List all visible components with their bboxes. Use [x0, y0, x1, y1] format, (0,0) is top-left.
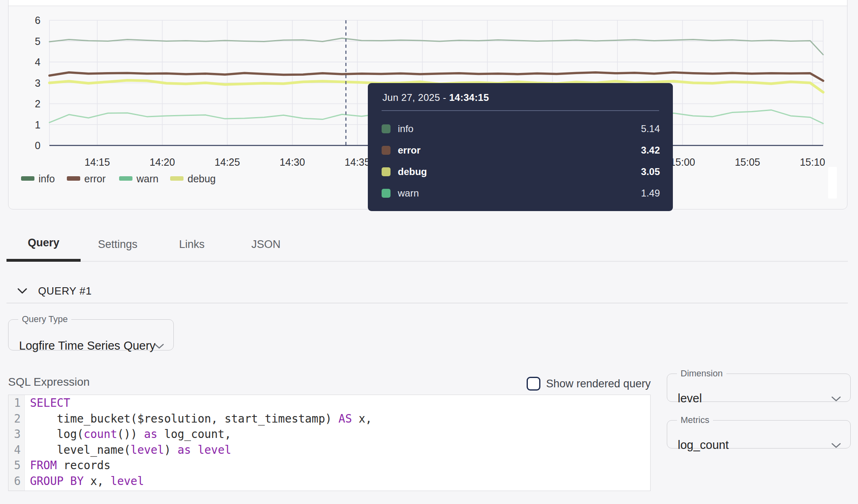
line-number: 5 [9, 457, 21, 473]
code-line: SELECT [30, 395, 372, 411]
tab-query[interactable]: Query [6, 227, 81, 262]
tooltip-time: 14:34:15 [449, 92, 489, 103]
sql-expression-label: SQL Expression [8, 376, 90, 389]
x-tick-label: 15:10 [800, 156, 825, 168]
collapse-chevron-icon [17, 287, 28, 295]
legend-label-warn[interactable]: warn [136, 173, 158, 184]
code-line: GROUP BY x, level [30, 473, 372, 489]
tooltip-row-debug: debug3.05 [368, 161, 673, 182]
tooltip-series-list: info5.14error3.42debug3.05warn1.49 [368, 118, 673, 204]
legend-label-info[interactable]: info [38, 173, 55, 184]
query-section-header[interactable]: QUERY #1 [17, 284, 92, 298]
chevron-down-icon [831, 442, 841, 451]
series-line-info [49, 38, 823, 55]
line-number: 2 [9, 411, 21, 427]
y-tick-label: 3 [35, 77, 41, 89]
tab-json[interactable]: JSON [229, 227, 303, 262]
x-tick-label: 15:00 [670, 156, 695, 168]
legend-swatch-warn[interactable] [119, 176, 132, 181]
tooltip-series-label: info [398, 123, 641, 135]
query-section-title: QUERY #1 [38, 285, 92, 297]
legend-swatch-error[interactable] [67, 176, 80, 181]
line-number: 6 [9, 473, 21, 489]
tooltip-row-error: error3.42 [368, 139, 673, 161]
legend-swatch-info[interactable] [21, 176, 34, 181]
metrics-value: log_count [678, 438, 729, 452]
legend-swatch-debug[interactable] [170, 176, 184, 181]
query-type-select[interactable]: Query Type Logfire Time Series Query [8, 315, 174, 350]
dimension-value: level [678, 392, 702, 405]
tooltip-series-value: 1.49 [641, 188, 660, 199]
chart-tooltip: Jun 27, 2025 - 14:34:15 info5.14error3.4… [368, 83, 673, 211]
editor-code[interactable]: SELECT time_bucket($resolution, start_ti… [25, 395, 372, 491]
tab-links[interactable]: Links [155, 227, 229, 262]
section-divider [6, 303, 848, 303]
series-line-error [49, 73, 823, 81]
x-tick-label: 14:35 [345, 156, 370, 168]
code-line: FROM records [30, 457, 372, 473]
checkbox-box[interactable] [527, 377, 540, 391]
line-number: 3 [9, 426, 21, 442]
y-tick-label: 5 [35, 36, 41, 47]
tab-settings[interactable]: Settings [81, 227, 155, 262]
query-type-value: Logfire Time Series Query [19, 339, 156, 352]
dimension-label: Dimension [677, 369, 726, 378]
code-line: time_bucket($resolution, start_timestamp… [30, 411, 372, 427]
info-swatch-icon [382, 124, 391, 133]
x-tick-label: 14:15 [85, 156, 110, 168]
show-rendered-query-checkbox[interactable]: Show rendered query [527, 376, 651, 392]
chevron-down-icon [154, 343, 164, 351]
y-tick-label: 0 [35, 140, 41, 151]
code-line: level_name(level) as level [30, 442, 372, 458]
code-line: log(count()) as log_count, [30, 426, 372, 442]
chevron-down-icon [831, 396, 841, 404]
debug-swatch-icon [382, 167, 391, 176]
legend-label-debug[interactable]: debug [188, 173, 216, 184]
metrics-label: Metrics [677, 416, 713, 425]
tooltip-row-warn: warn1.49 [368, 182, 673, 204]
tooltip-row-info: info5.14 [368, 118, 673, 139]
chart-panel-header [9, 0, 847, 6]
tooltip-series-value: 3.05 [641, 166, 660, 177]
tab-bar: QuerySettingsLinksJSON [6, 227, 303, 262]
tooltip-series-label: warn [398, 188, 641, 199]
line-number: 1 [9, 395, 21, 411]
error-swatch-icon [382, 146, 391, 155]
legend-label-error[interactable]: error [84, 173, 106, 184]
line-number: 4 [9, 442, 21, 458]
x-tick-label: 14:30 [280, 156, 305, 168]
warn-swatch-icon [382, 189, 391, 198]
tooltip-date: Jun 27, 2025 - [382, 92, 449, 103]
tooltip-series-label: debug [398, 166, 641, 177]
tooltip-series-label: error [398, 145, 641, 156]
x-tick-label: 14:20 [149, 156, 175, 168]
dimension-select[interactable]: Dimension level [667, 369, 851, 402]
tooltip-series-value: 3.42 [641, 145, 660, 156]
metrics-select[interactable]: Metrics log_count [667, 416, 851, 448]
x-tick-label: 15:05 [735, 156, 760, 168]
x-tick-label: 14:25 [215, 156, 240, 168]
sql-editor[interactable]: 123456 SELECT time_bucket($resolution, s… [8, 395, 651, 491]
scrollbar-thumb[interactable] [828, 167, 837, 199]
tooltip-series-value: 5.14 [641, 123, 660, 135]
y-tick-label: 4 [35, 56, 41, 68]
query-type-label: Query Type [18, 315, 71, 324]
y-tick-label: 6 [35, 15, 41, 26]
y-tick-label: 1 [35, 119, 41, 130]
y-tick-label: 2 [35, 98, 41, 109]
tooltip-timestamp: Jun 27, 2025 - 14:34:15 [382, 92, 489, 103]
editor-line-numbers: 123456 [9, 395, 25, 491]
tooltip-divider [382, 110, 659, 111]
checkbox-label: Show rendered query [546, 378, 651, 390]
